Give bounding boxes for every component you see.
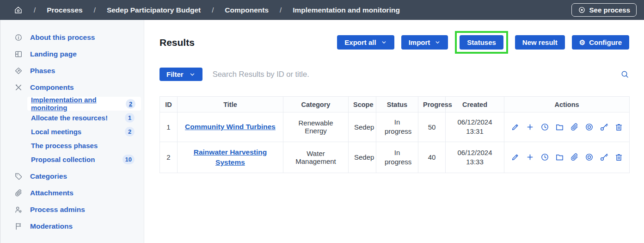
cell-scope: Sedep [349,142,376,173]
column-header-title: Title [178,97,283,112]
statuses-button[interactable]: Statuses [460,35,503,50]
subitem-label: Local meetings [31,128,81,136]
landing-page-icon [14,50,23,58]
results-header: Results Export all Import Statuses [159,31,629,54]
statuses-label: Statuses [467,38,496,46]
sidebar-subitem-allocate-the-resources[interactable]: Allocate the resources! 1 [0,111,144,125]
sidebar: About this process Landing page Phases C… [0,20,144,243]
cell-actions [504,112,630,142]
filter-label: Filter [166,70,184,78]
annotation-highlight-box: Statuses [455,31,508,54]
export-all-button[interactable]: Export all [337,35,394,50]
sidebar-item-label: Moderations [30,222,73,231]
search-input[interactable] [213,70,610,79]
edit-icon[interactable] [511,123,520,131]
sidebar-item-label: Components [30,83,74,92]
column-header-actions: Actions [504,97,630,112]
sidebar-item-components[interactable]: Components [0,79,144,96]
subitem-label: Allocate the resources! [31,114,108,122]
preview-icon[interactable] [585,153,594,162]
attachment-icon[interactable] [570,123,579,131]
sidebar-item-landing-page[interactable]: Landing page [0,46,144,62]
column-header-category: Category [283,97,349,112]
configure-button[interactable]: ⚙ Configure [572,35,629,50]
user-gear-icon [14,206,23,214]
sidebar-item-label: Phases [30,67,55,75]
paperclip-icon [14,189,23,197]
sidebar-item-label: Process admins [30,206,85,214]
see-process-button[interactable]: See process [571,3,637,17]
edit-icon[interactable] [511,153,520,162]
status-text: In progress [385,148,410,167]
table-header-row: ID Title Category Scope Status Progress … [160,97,630,112]
sidebar-item-label: About this process [30,33,95,42]
count-badge: 2 [125,127,135,137]
sidebar-subitem-implementation-and-monitoring[interactable]: Implementation and monitoring 2 [27,97,141,111]
new-result-button[interactable]: New result [515,35,565,50]
add-icon[interactable] [526,123,534,131]
column-header-created: Created [446,97,504,112]
created-time: 13:33 [451,157,498,167]
tag-icon [14,172,23,181]
created-time: 13:31 [451,127,498,136]
tools-icon [14,83,23,92]
cell-category: Renewable Energy [283,112,349,142]
permissions-key-icon[interactable] [600,153,608,162]
see-process-label: See process [589,6,630,14]
sidebar-subitem-local-meetings[interactable]: Local meetings 2 [0,125,144,138]
cell-created: 06/12/2024 13:33 [446,142,504,173]
history-icon[interactable] [540,123,549,131]
sidebar-subitem-proposal-collection[interactable]: Proposal collection 10 [0,152,144,166]
permissions-key-icon[interactable] [600,123,608,131]
import-button[interactable]: Import [401,35,448,50]
sidebar-item-process-admins[interactable]: Process admins [0,201,144,218]
sidebar-item-categories[interactable]: Categories [0,168,144,185]
sidebar-item-moderations[interactable]: Moderations [0,218,144,235]
subitem-label: Implementation and monitoring [31,96,126,112]
phases-icon [14,67,23,75]
cell-actions [504,142,630,173]
breadcrumb-components[interactable]: Components [225,6,269,14]
breadcrumb-current-component[interactable]: Implementation and monitoring [293,6,400,14]
table-row: 2 Rainwater Harvesting Systems Water Man… [160,142,630,173]
result-title-link[interactable]: Rainwater Harvesting Systems [194,148,267,166]
topbar: / Processes / Sedep Participatory Budget… [0,0,644,20]
sidebar-item-label: Attachments [30,189,74,197]
import-label: Import [409,38,430,46]
preview-icon[interactable] [585,123,594,131]
eye-circle-icon [578,6,586,14]
sidebar-item-phases[interactable]: Phases [0,62,144,79]
export-all-label: Export all [344,38,376,46]
breadcrumb-process-name[interactable]: Sedep Participatory Budget [107,6,201,14]
subitem-label: Proposal collection [31,156,95,163]
folder-icon[interactable] [555,123,564,131]
attachment-icon[interactable] [570,153,579,162]
delete-icon[interactable] [614,123,623,131]
cell-progress: 40 [418,142,446,173]
breadcrumb-processes[interactable]: Processes [47,6,83,14]
sidebar-item-about[interactable]: About this process [0,29,144,46]
home-icon[interactable] [14,6,23,14]
breadcrumb-separator: / [280,6,282,14]
result-title-link[interactable]: Community Wind Turbines [185,123,276,131]
cell-title: Rainwater Harvesting Systems [178,142,283,173]
subitem-label: The process phases [31,142,98,150]
add-icon[interactable] [526,153,534,162]
sidebar-subitem-the-process-phases[interactable]: The process phases [0,138,144,152]
filter-button[interactable]: Filter [159,68,202,81]
search-icon[interactable] [620,70,629,79]
status-text: In progress [385,118,410,137]
admin-app: / Processes / Sedep Participatory Budget… [0,0,644,243]
sidebar-item-attachments[interactable]: Attachments [0,185,144,201]
cell-created: 06/12/2024 13:31 [446,112,504,142]
page-title: Results [159,37,195,48]
count-badge: 1 [125,113,135,123]
chevron-down-icon [435,39,441,45]
folder-icon[interactable] [555,153,564,162]
cell-category: Water Management [283,142,349,173]
flag-icon [14,222,23,231]
delete-icon[interactable] [614,153,623,162]
count-badge: 2 [126,99,135,109]
new-result-label: New result [522,38,558,46]
history-icon[interactable] [540,153,549,162]
